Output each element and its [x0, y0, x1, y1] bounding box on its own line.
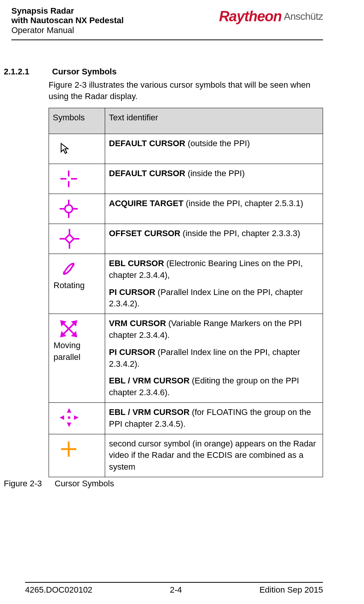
page-footer: 4265.DOC020102 2-4 Edition Sep 2015 [1, 582, 323, 595]
rotating-cursor-icon [59, 258, 101, 280]
table-row: DEFAULT CURSOR (inside the PPI) [49, 164, 323, 194]
title-line-2: with Nautoscan NX Pedestal [11, 16, 124, 25]
title-line-3: Operator Manual [11, 25, 124, 35]
svg-marker-22 [67, 408, 71, 413]
footer-divider [25, 582, 323, 583]
move-parallel-icon [59, 318, 101, 340]
section-title: Cursor Symbols [52, 66, 117, 78]
default-cursor-outside-icon [59, 138, 101, 160]
header-divider [11, 39, 323, 40]
title-line-1: Synapsis Radar [11, 6, 124, 16]
table-row: EBL / VRM CURSOR (for FLOATING the group… [49, 403, 323, 434]
table-row: Rotating EBL CURSOR (Electronic Bearing … [49, 254, 323, 314]
svg-point-4 [65, 205, 72, 213]
col-head-symbols: Symbols [49, 108, 105, 134]
table-row: DEFAULT CURSOR (outside the PPI) [49, 134, 323, 164]
footer-page-num: 2-4 [170, 585, 182, 595]
row-desc: OFFSET CURSOR (inside the PPI, chapter 2… [105, 224, 323, 254]
svg-marker-24 [60, 415, 64, 420]
icon-caption: Rotating [54, 280, 101, 292]
table-row: ACQUIRE TARGET (inside the PPI, chapter … [49, 194, 323, 224]
row-desc: VRM CURSOR (Variable Range Markers on th… [105, 314, 323, 403]
row-desc: EBL CURSOR (Electronic Bearing Lines on … [105, 254, 323, 314]
table-row: second cursor symbol (in orange) appears… [49, 434, 323, 477]
orange-plus-icon [59, 438, 101, 460]
offset-cursor-icon [59, 228, 101, 250]
section-heading: 2.1.2.1 Cursor Symbols [4, 66, 323, 78]
anschutz-logo-text: Anschütz [284, 11, 323, 22]
row-desc: DEFAULT CURSOR (inside the PPI) [105, 164, 323, 194]
svg-rect-26 [68, 416, 70, 419]
footer-doc-id: 4265.DOC020102 [25, 585, 92, 595]
brand-logo: Raytheon Anschütz [219, 8, 323, 25]
section-number: 2.1.2.1 [4, 66, 29, 78]
default-cursor-inside-icon [59, 168, 101, 190]
svg-marker-25 [74, 415, 79, 420]
section-intro: Figure 2-3 illustrates the various curso… [49, 79, 323, 103]
acquire-target-icon [59, 198, 101, 220]
icon-caption: Moving parallel [54, 340, 101, 363]
doc-title: Synapsis Radar with Nautoscan NX Pedesta… [11, 6, 124, 35]
row-desc: second cursor symbol (in orange) appears… [105, 434, 323, 477]
row-desc: EBL / VRM CURSOR (for FLOATING the group… [105, 403, 323, 434]
symbols-table: Symbols Text identifier DEFAULT [49, 108, 323, 477]
footer-edition: Edition Sep 2015 [259, 585, 323, 595]
table-row: OFFSET CURSOR (inside the PPI, chapter 2… [49, 224, 323, 254]
page-header: Synapsis Radar with Nautoscan NX Pedesta… [11, 7, 323, 35]
col-head-text: Text identifier [105, 108, 323, 134]
svg-marker-23 [67, 423, 71, 427]
svg-rect-9 [65, 235, 74, 243]
raytheon-logo-text: Raytheon [219, 8, 282, 25]
figure-caption: Figure 2-3Cursor Symbols [4, 478, 323, 490]
move-floating-icon [59, 407, 101, 429]
table-row: Moving parallel VRM CURSOR (Variable Ran… [49, 314, 323, 403]
row-desc: DEFAULT CURSOR (outside the PPI) [105, 134, 323, 164]
row-desc: ACQUIRE TARGET (inside the PPI, chapter … [105, 194, 323, 224]
